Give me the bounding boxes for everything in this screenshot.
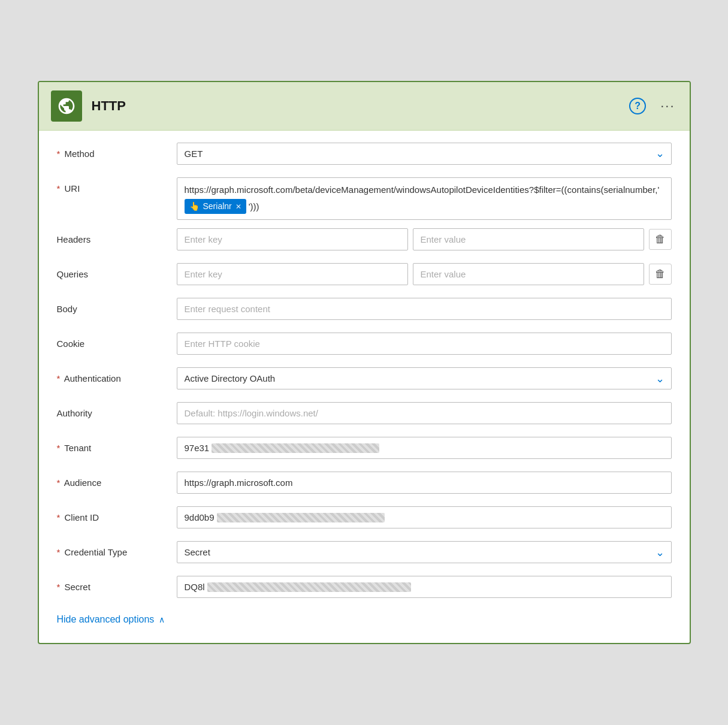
headers-row: Headers 🗑 [57,228,672,255]
client-id-visible-value: 9dd0b9 [185,512,215,522]
secret-row: * Secret DQ8l [57,576,672,602]
hide-options-row: Hide advanced options ∧ [57,614,672,625]
method-row: * Method GET POST PUT DELETE PATCH ⌄ [57,143,672,169]
cookie-control [177,333,672,355]
method-select-wrap: GET POST PUT DELETE PATCH ⌄ [177,143,672,165]
uri-input[interactable]: https://graph.microsoft.com/beta/deviceM… [177,177,672,220]
body-row: Body [57,298,672,324]
client-id-label: * Client ID [57,506,177,522]
secret-redacted [207,582,411,592]
uri-tag-touch-icon: 👆 [189,200,200,213]
authentication-label: * Authentication [57,367,177,383]
uri-tag: 👆 Serialnr ✕ [185,199,246,214]
uri-control: https://graph.microsoft.com/beta/deviceM… [177,177,672,220]
authentication-control: Active Directory OAuth None Basic Client… [177,367,672,389]
panel-title: HTTP [92,98,126,114]
method-select[interactable]: GET POST PUT DELETE PATCH [177,143,672,165]
help-button[interactable]: ? [627,95,648,117]
globe-icon [51,90,82,122]
hide-advanced-label: Hide advanced options [57,614,155,625]
tenant-redacted [212,443,379,453]
http-panel: HTTP ? ··· * Method GET [38,81,691,645]
client-id-input[interactable]: 9dd0b9 [177,506,672,528]
headers-control: 🗑 [177,228,672,250]
question-circle-icon: ? [629,98,646,114]
secret-label: * Secret [57,576,177,592]
headers-label: Headers [57,228,177,244]
queries-label: Queries [57,263,177,279]
hide-advanced-link[interactable]: Hide advanced options ∧ [57,614,165,625]
audience-label: * Audience [57,472,177,488]
credential-type-select-wrap: Secret Certificate ⌄ [177,541,672,563]
panel-header: HTTP ? ··· [39,82,690,131]
authority-input[interactable] [177,402,672,424]
uri-tag-label: Serialnr [203,200,232,213]
queries-row: Queries 🗑 [57,263,672,289]
more-options-button[interactable]: ··· [658,96,677,116]
tenant-control: 97e31 [177,437,672,459]
cookie-row: Cookie [57,333,672,359]
cookie-input[interactable] [177,333,672,355]
uri-text-before: https://graph.microsoft.com/beta/deviceM… [185,183,660,197]
secret-input[interactable]: DQ8l [177,576,672,598]
cookie-label: Cookie [57,333,177,349]
secret-visible-value: DQ8l [185,582,205,592]
audience-input[interactable] [177,472,672,494]
uri-tag-close-icon[interactable]: ✕ [235,201,241,212]
queries-control: 🗑 [177,263,672,285]
headers-key-input[interactable] [177,228,408,250]
credential-type-row: * Credential Type Secret Certificate ⌄ [57,541,672,567]
tenant-label: * Tenant [57,437,177,453]
method-label: * Method [57,143,177,159]
chevron-up-icon: ∧ [159,615,165,624]
authority-row: Authority [57,402,672,428]
svg-point-0 [65,110,68,113]
body-input[interactable] [177,298,672,320]
client-id-redacted [217,513,385,522]
uri-row: * URI https://graph.microsoft.com/beta/d… [57,177,672,220]
tenant-input[interactable]: 97e31 [177,437,672,459]
credential-type-label: * Credential Type [57,541,177,557]
client-id-control: 9dd0b9 [177,506,672,528]
audience-row: * Audience [57,472,672,498]
uri-text-after: '))) [249,200,259,214]
authentication-select-wrap: Active Directory OAuth None Basic Client… [177,367,672,389]
body-control [177,298,672,320]
client-id-row: * Client ID 9dd0b9 [57,506,672,533]
queries-value-input[interactable] [413,263,644,285]
secret-control: DQ8l [177,576,672,598]
queries-key-input[interactable] [177,263,408,285]
authority-control [177,402,672,424]
authority-label: Authority [57,402,177,418]
body-label: Body [57,298,177,314]
header-left: HTTP [51,90,126,122]
tenant-row: * Tenant 97e31 [57,437,672,463]
queries-delete-button[interactable]: 🗑 [649,264,672,285]
uri-label: * URI [57,177,177,194]
header-right: ? ··· [627,95,677,117]
tenant-visible-value: 97e31 [185,443,210,453]
headers-delete-button[interactable]: 🗑 [649,229,672,250]
credential-type-control: Secret Certificate ⌄ [177,541,672,563]
headers-value-input[interactable] [413,228,644,250]
credential-type-select[interactable]: Secret Certificate [177,541,672,563]
more-dots-icon: ··· [660,98,675,114]
panel-body: * Method GET POST PUT DELETE PATCH ⌄ [39,131,690,644]
audience-control [177,472,672,494]
authentication-select[interactable]: Active Directory OAuth None Basic Client… [177,367,672,389]
method-control: GET POST PUT DELETE PATCH ⌄ [177,143,672,165]
authentication-row: * Authentication Active Directory OAuth … [57,367,672,394]
